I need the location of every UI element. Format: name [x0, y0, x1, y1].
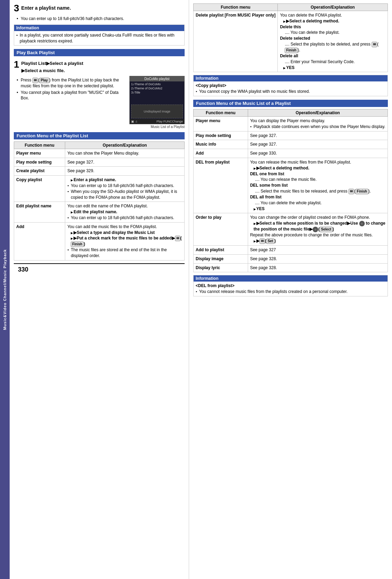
info-box-del-bullet: You cannot release music files from the … — [196, 289, 385, 295]
step3-bullets: You can enter up to 18 full-pitch/36 hal… — [17, 16, 185, 22]
op-edit-playlist: You can edit the name of the FOMA playli… — [65, 202, 185, 222]
step1-number: 1 — [14, 60, 19, 69]
right-col-func: Function menu — [194, 4, 278, 11]
del-playlist-op: You can release the music files from the… — [250, 159, 385, 165]
del-selected-label: Delete selected — [280, 36, 385, 41]
table-row: Player menu You can show the Player Menu… — [14, 149, 185, 158]
playlist-img-rows: 1♪Theme of DoCoMo 2♪Theme of DoCoMo2 3♪T… — [130, 81, 184, 95]
playlist-row-1: 1♪Theme of DoCoMo — [130, 82, 184, 86]
op-delete-playlist: You can delete the FOMA playlist. ▶Selec… — [278, 11, 388, 72]
copy-bullet-2: When you copy the SD-Audio playlist or W… — [67, 189, 182, 200]
music-menu-info: Music info — [194, 140, 248, 149]
music-op-display-image: See page 328. — [248, 254, 388, 263]
playlist-row-3: 3♪Title — [130, 90, 184, 95]
sidebar: Music&Video Channel/Music Playback — [0, 0, 10, 579]
music-op-display-lyric: See page 328. — [248, 263, 388, 272]
step3-bullet-1: You can enter up to 18 full-pitch/36 hal… — [17, 16, 185, 22]
music-menu-player: Player menu — [194, 116, 248, 131]
playlist-image-box: DoCoMo playlist 1♪Theme of DoCoMo 2♪Them… — [129, 76, 185, 129]
step1-bullets: Press ✉(Play) from the Playlist List to … — [17, 77, 127, 101]
order-finish: ▶✉(Set) — [250, 238, 385, 244]
info-box-del: Information <DEL from playlist> You cann… — [193, 275, 388, 296]
del-some-label: DEL some from list — [250, 183, 385, 188]
music-op-add-playlist: See page 327 — [248, 245, 388, 254]
order-arrow: ▶Select a file whose position is to be c… — [250, 220, 385, 232]
op-add: You can add the music files to the FOMA … — [65, 222, 185, 260]
img-bottom-left: ▣ ♫ — [131, 120, 137, 123]
del-yes: YES — [280, 65, 385, 71]
del-all-label: Delete all — [280, 53, 385, 59]
music-menu-add-playlist: Add to playlist — [194, 245, 248, 254]
info-box-1-header: Information — [14, 25, 184, 31]
table-row: Music info See page 327. — [194, 140, 388, 149]
step1-bullet-1: Press ✉(Play) from the Playlist List to … — [17, 77, 127, 89]
menu-player-menu: Player menu — [14, 149, 65, 158]
music-op-order: You can change the order of playlist cre… — [248, 213, 388, 246]
music-menu-display-lyric: Display lyric — [194, 263, 248, 272]
del-playlist-yes: YES — [250, 206, 385, 212]
playback-text: Press ✉(Play) from the Playlist List to … — [14, 76, 127, 129]
menu-play-mode: Play mode setting — [14, 158, 65, 167]
step1-title-block: Playlist List▶Select a playlist ▶Select … — [21, 60, 84, 73]
step1-title-line2: ▶Select a music file. — [21, 68, 84, 74]
music-menu-del: DEL from playlist — [194, 158, 248, 213]
del-all-from-detail: .... You can delete the whole playlist. — [255, 200, 385, 206]
del-all-detail: .... Enter your Terminal Security Code. — [285, 59, 385, 65]
info-box-copy-content: <Copy playlist> You cannot copy the WMA … — [194, 81, 388, 96]
table-row: Delete playlist [From MUSIC Player only]… — [194, 11, 388, 72]
info-box-copy-bullet: You cannot copy the WMA playlist with no… — [196, 89, 385, 95]
info-box-1-content: In a playlist, you cannot store partiall… — [14, 31, 184, 46]
music-menu-playmode: Play mode setting — [194, 131, 248, 140]
playlist-img-bottom: Undisplayed Image ▣ ♫ Play FUNCChange — [130, 104, 184, 124]
music-op-player: You can display the Player menu display.… — [248, 116, 388, 131]
right-col-op: Operation/Explanation — [278, 4, 388, 11]
table-row: Display image See page 328. — [194, 254, 388, 263]
playback-content: Press ✉(Play) from the Playlist List to … — [14, 76, 185, 129]
step3-number: 3 — [14, 3, 19, 13]
menu-edit-playlist: Edit playlist name — [14, 202, 65, 222]
playlist-image: DoCoMo playlist 1♪Theme of DoCoMo 2♪Them… — [129, 76, 185, 124]
table-row: Display lyric See page 328. — [194, 263, 388, 272]
del-one-detail: .... You can release the music file. — [255, 177, 385, 183]
del-sub-items: Delete this .... You can delete the play… — [280, 24, 385, 65]
op-player-menu: You can show the Player Menu display. — [65, 149, 185, 158]
info-box-del-content: <DEL from playlist> You cannot release m… — [194, 282, 388, 296]
music-op-playmode: See page 327. — [248, 131, 388, 140]
img-caption: Music List of a Playlist — [129, 125, 185, 129]
step1-heading: 1 Playlist List▶Select a playlist ▶Selec… — [14, 60, 185, 73]
table-row: Add See page 330. — [194, 149, 388, 158]
columns: 3 Enter a playlist name. You can enter u… — [10, 0, 392, 579]
music-menu-add: Add — [194, 149, 248, 158]
copy-arrow: Enter a playlist name. — [67, 177, 182, 183]
order-op-text: You can change the order of playlist cre… — [250, 215, 385, 220]
info-box-1: Information In a playlist, you cannot st… — [14, 24, 185, 46]
step3-heading: 3 Enter a playlist name. — [14, 3, 185, 13]
info-box-copy: Information <Copy playlist> You cannot c… — [193, 75, 388, 96]
left-column: 3 Enter a playlist name. You can enter u… — [10, 0, 189, 579]
op-create-playlist: See page 329. — [65, 167, 185, 176]
table-row: Order to play You can change the order o… — [194, 213, 388, 246]
copy-bullet-1: You can enter up to 18 full-pitch/36 hal… — [67, 183, 182, 189]
func-menu-music-list-table: Function menu Operation/Explanation Play… — [193, 109, 388, 272]
info-box-copy-header: Information — [194, 75, 388, 81]
music-menu-order: Order to play — [194, 213, 248, 246]
del-selected-detail: .... Select the playlists to be deleted,… — [285, 41, 385, 53]
func-menu-playlist-table: Function menu Operation/Explanation Play… — [14, 141, 185, 261]
del-one-label: DEL one from list — [250, 171, 385, 177]
menu-add: Add — [14, 222, 65, 260]
img-bottom-bar: ▣ ♫ Play FUNCChange — [130, 119, 184, 124]
edit-arrow: Edit the playlist name. — [67, 209, 182, 215]
step1-bullet-2: You cannot play back a playlist from "MU… — [17, 90, 127, 101]
table-row: Add You can add the music files to the F… — [14, 222, 185, 260]
music-menu-display-image: Display image — [194, 254, 248, 263]
step1-title-line1: Playlist List▶Select a playlist — [21, 60, 84, 67]
table-row: Play mode setting See page 327. — [194, 131, 388, 140]
func-menu-playlist-heading: Function Menu of the Playlist List — [14, 132, 185, 139]
del-some-detail: .... Select the music files to be releas… — [255, 188, 385, 194]
info-box-del-header: Information — [194, 275, 388, 282]
music-col-func: Function menu — [194, 109, 248, 116]
table-row: Create playlist See page 329. — [14, 167, 185, 176]
table-row: Add to playlist See page 327 — [194, 245, 388, 254]
edit-op-text: You can edit the name of the FOMA playli… — [67, 203, 182, 209]
right-column: Function menu Operation/Explanation Dele… — [189, 0, 392, 579]
